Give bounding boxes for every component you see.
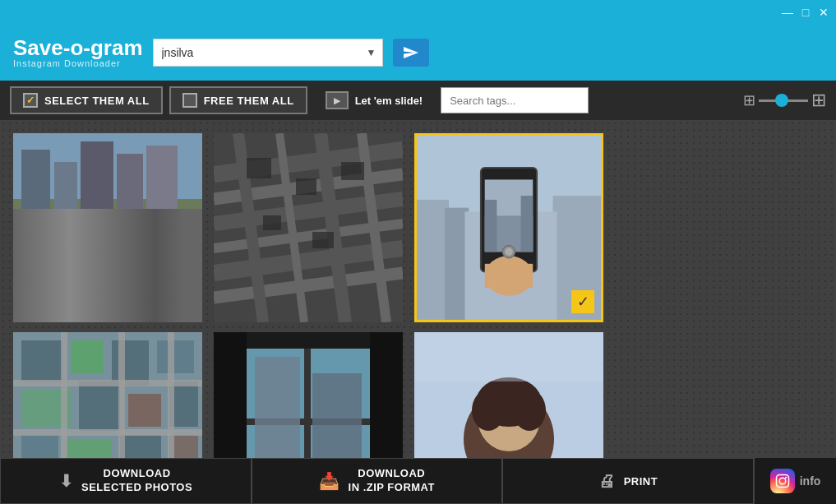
svg-rect-52 [157,340,194,373]
photo-image [214,332,403,458]
svg-rect-57 [21,435,58,458]
photo-svg [214,133,403,322]
photo-image [13,133,202,322]
print-button[interactable]: 🖨 PRINT [502,458,754,504]
maximize-button[interactable]: □ [797,3,815,21]
svg-rect-75 [312,373,362,458]
svg-rect-8 [13,273,202,322]
svg-rect-50 [71,340,104,373]
svg-point-85 [513,390,546,431]
svg-rect-6 [146,146,178,248]
print-label: PRINT [624,475,658,488]
svg-point-84 [472,390,505,431]
select-all-button[interactable]: ✓ SELECT THEM ALL [10,86,163,114]
svg-point-46 [505,247,513,256]
svg-rect-29 [263,215,281,230]
photo-row: ✓ [13,133,823,322]
download-selected-button[interactable]: ⬇ DOWNLOAD SELECTED PHOTOS [0,458,252,504]
search-input[interactable] [441,87,589,113]
svg-rect-54 [79,381,120,431]
app-logo: Save-o-gram Instagram Downloader [13,37,143,68]
svg-point-88 [779,478,786,484]
photo-image [414,332,603,458]
svg-rect-72 [304,349,311,458]
free-all-label: FREE THEM ALL [204,95,294,107]
title-bar: — □ ✕ [0,0,836,25]
username-container: jnsilva ▼ [153,39,383,67]
photo-svg [414,332,603,458]
download-selected-icon: ⬇ [59,471,74,491]
svg-rect-10 [113,277,120,294]
svg-rect-68 [118,332,125,458]
app-title: Save-o-gram [13,37,143,58]
svg-rect-51 [112,340,149,386]
slideshow-label: Let 'em slide! [355,95,423,107]
instagram-info-button[interactable]: info [754,458,836,504]
free-all-button[interactable]: FREE THEM ALL [169,86,307,114]
svg-point-11 [25,220,50,244]
svg-rect-69 [168,332,174,458]
photo-svg [13,332,202,458]
photo-item[interactable] [13,332,202,458]
svg-rect-77 [370,332,403,458]
photo-item[interactable] [214,332,403,458]
instagram-icon [770,469,795,493]
svg-rect-76 [214,332,247,458]
selected-checkmark: ✓ [571,290,594,313]
photo-image [214,133,403,322]
svg-rect-55 [128,394,161,427]
download-zip-icon: 📥 [319,471,340,491]
info-label: info [800,474,821,488]
svg-rect-42 [521,196,533,252]
slideshow-button[interactable]: ▶ Let 'em slide! [314,86,435,114]
checked-icon: ✓ [23,93,38,108]
small-grid-icon[interactable]: ⊞ [743,91,755,109]
svg-rect-86 [414,332,603,381]
size-slider[interactable] [759,99,808,102]
photo-svg [13,133,202,322]
svg-rect-3 [54,162,77,248]
svg-rect-49 [21,340,62,381]
footer: ⬇ DOWNLOAD SELECTED PHOTOS 📥 DOWNLOAD IN… [0,458,836,504]
svg-rect-26 [247,158,271,178]
slider-track [759,99,808,102]
svg-rect-67 [61,332,67,458]
view-controls: ⊞ ⊞ [743,90,826,111]
svg-point-89 [785,477,787,479]
download-zip-button[interactable]: 📥 DOWNLOAD IN .ZIP FORMAT [252,458,503,504]
svg-rect-27 [296,178,316,195]
slideshow-icon: ▶ [326,91,349,109]
photo-grid: ✓ [0,120,836,458]
unchecked-icon [182,93,197,108]
photo-item[interactable] [214,133,403,322]
download-selected-label: DOWNLOAD SELECTED PHOTOS [81,467,192,495]
svg-rect-41 [485,200,497,252]
svg-rect-4 [81,141,113,248]
svg-rect-1 [13,199,202,322]
photo-image [13,332,202,458]
minimize-button[interactable]: — [778,3,797,21]
username-select[interactable]: jnsilva [153,39,383,67]
photo-item[interactable] [414,332,603,458]
svg-rect-30 [312,232,334,248]
svg-rect-9 [95,277,102,294]
svg-rect-74 [255,357,300,458]
download-zip-label: DOWNLOAD IN .ZIP FORMAT [349,467,435,495]
svg-rect-44 [485,264,533,288]
slider-thumb [775,94,788,107]
svg-rect-33 [417,200,449,320]
app-subtitle: Instagram Downloader [13,58,121,68]
photo-svg [214,332,403,458]
svg-rect-28 [341,162,364,180]
large-grid-icon[interactable]: ⊞ [811,90,826,111]
svg-rect-5 [117,154,143,248]
svg-rect-7 [13,232,202,273]
svg-rect-2 [21,150,50,248]
close-button[interactable]: ✕ [815,3,833,21]
go-button[interactable] [393,39,429,67]
photo-item[interactable] [13,133,202,322]
photo-item-selected[interactable]: ✓ [414,133,603,322]
print-icon: 🖨 [598,472,616,491]
header: Save-o-gram Instagram Downloader jnsilva… [0,25,836,81]
svg-point-13 [133,219,156,242]
